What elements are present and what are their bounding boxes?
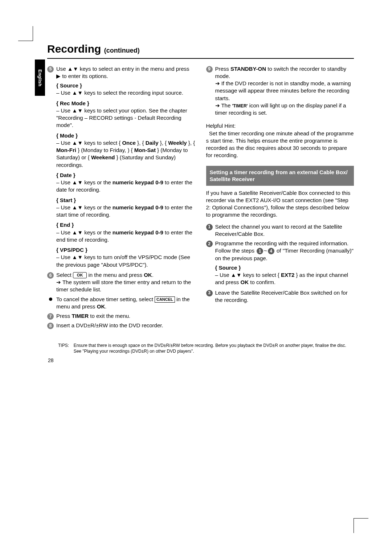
crop-mark-bottom-right <box>354 518 368 533</box>
rstep-3: 3 Leave the Satellite Receiver/Cable Box… <box>206 289 354 304</box>
t: Press <box>215 66 231 72</box>
step-badge-6: 6 <box>47 272 54 279</box>
section-intro: If you have a Satellite Receiver/Cable B… <box>206 189 354 219</box>
step-8: 8 Insert a DVD±R/±RW into the DVD record… <box>47 322 195 329</box>
body-columns: 5 Use ▲▼ keys to select an entry in the … <box>47 63 354 332</box>
step-6-text: Select OK in the menu and press OK. ➔ Th… <box>56 271 195 294</box>
step-9-text: Press STANDBY-ON to switch the recorder … <box>215 65 354 117</box>
t: . <box>152 272 154 278</box>
source-heading: { Source } <box>56 82 82 89</box>
t: – Use ▲▼ keys to select { <box>215 272 281 278</box>
tips-label: TIPS: <box>58 343 74 354</box>
t: Select <box>56 272 73 278</box>
t: Mon-Fri <box>56 147 76 153</box>
date-body: – Use ▲▼ keys or the numeric keypad 0-9 … <box>56 179 195 194</box>
t: 'TIMER' <box>232 103 248 108</box>
mode-heading: { Mode } <box>56 132 78 139</box>
inline-badge-1: 1 <box>257 248 263 254</box>
hint-heading: Helpful Hint: <box>206 122 354 130</box>
source-block: { Source } – Use ▲▼ keys to select the r… <box>56 82 195 97</box>
right-column: 9 Press STANDBY-ON to switch the recorde… <box>206 63 354 332</box>
t: numeric keypad 0-9 <box>113 179 163 185</box>
rstep-1: 1 Select the channel you want to record … <box>206 223 354 238</box>
t: Weekend <box>91 154 115 160</box>
t: to confirm. <box>249 279 275 285</box>
t: ➔ The <box>215 102 232 108</box>
crop-mark-top-left <box>18 26 33 41</box>
end-block: { End } – Use ▲▼ keys or the numeric key… <box>56 221 195 243</box>
t: numeric keypad 0-9 <box>113 204 163 210</box>
left-column: 5 Use ▲▼ keys to select an entry in the … <box>47 63 195 332</box>
cancel-text: To cancel the above timer setting, selec… <box>56 296 195 311</box>
t: Mon-Sat <box>134 147 156 153</box>
date-heading: { Date } <box>56 172 75 178</box>
step-6: 6 Select OK in the menu and press OK. ➔ … <box>47 271 195 294</box>
t: TIMER <box>72 313 89 319</box>
t: – Use ▲▼ keys to select { <box>56 140 122 146</box>
vps-body: – Use ▲▼ keys to turn on/off the VPS/PDC… <box>56 254 195 269</box>
start-body: – Use ▲▼ keys or the numeric keypad 0-9 … <box>56 204 195 219</box>
rsource-heading: { Source } <box>215 265 241 271</box>
t: OK <box>144 272 152 278</box>
title-sub: (continued) <box>104 47 140 54</box>
rsource-body: – Use ▲▼ keys to select { EXT2 } as the … <box>215 271 354 286</box>
start-heading: { Start } <box>56 197 76 203</box>
step-8-text: Insert a DVD±R/±RW into the DVD recorder… <box>56 322 195 329</box>
vps-heading: { VPS/PDC } <box>56 247 87 253</box>
helpful-hint: Helpful Hint: Set the timer recording on… <box>206 122 354 159</box>
bullet-icon <box>47 298 54 301</box>
step-5-text: Use ▲▼ keys to select an entry in the me… <box>56 65 195 80</box>
language-tab: English <box>35 60 45 96</box>
t: Weekly <box>168 140 187 146</box>
t: . <box>105 303 106 310</box>
rstep-1-text: Select the channel you want to record at… <box>215 223 354 238</box>
step-9-note2: ➔ The 'TIMER' icon will light up on the … <box>215 102 354 117</box>
t: OK <box>97 303 105 310</box>
step-9-note1: ➔ If the DVD recorder is not in standby … <box>215 80 354 102</box>
mode-body: – Use ▲▼ keys to select { Once }, { Dail… <box>56 139 195 169</box>
inline-badge-4: 4 <box>268 248 274 254</box>
title-rule <box>47 58 354 59</box>
start-block: { Start } – Use ▲▼ keys or the numeric k… <box>56 197 195 219</box>
step-badge-7: 7 <box>47 313 54 320</box>
end-heading: { End } <box>56 222 74 228</box>
t: Once <box>122 140 136 146</box>
mode-block: { Mode } – Use ▲▼ keys to select { Once … <box>56 132 195 169</box>
rsource-block: { Source } – Use ▲▼ keys to select { EXT… <box>215 264 354 286</box>
t: in the menu and press <box>87 272 144 278</box>
t: EXT2 <box>281 272 295 278</box>
t: }, { <box>159 140 168 146</box>
tips-footer: TIPS: Ensure that there is enough space … <box>58 343 354 354</box>
step-6-result: ➔ The system will store the timer entry … <box>56 279 195 294</box>
step-7-text: Press TIMER to exit the menu. <box>56 312 195 320</box>
step-5: 5 Use ▲▼ keys to select an entry in the … <box>47 65 195 80</box>
rstep-2: 2 Programme the recording with the requi… <box>206 240 354 262</box>
recmode-body: – Use ▲▼ keys to select your option. See… <box>56 107 195 129</box>
t: – Use ▲▼ keys or the <box>56 229 113 235</box>
tips-body: Ensure that there is enough space on the… <box>74 343 354 354</box>
section-box: Setting a timer recording from an extern… <box>206 166 354 186</box>
rstep-badge-2: 2 <box>206 241 213 247</box>
t: – Use ▲▼ keys or the <box>56 179 113 185</box>
recmode-block: { Rec Mode } – Use ▲▼ keys to select you… <box>56 100 195 129</box>
step-badge-8: 8 <box>47 323 54 329</box>
t: Daily <box>146 140 159 146</box>
t: to exit the menu. <box>89 313 130 319</box>
t: numeric keypad 0-9 <box>113 229 163 235</box>
t: Press <box>56 313 72 319</box>
source-body: – Use ▲▼ keys to select the recording in… <box>56 89 195 97</box>
vps-block: { VPS/PDC } – Use ▲▼ keys to turn on/off… <box>56 246 195 269</box>
recmode-heading: { Rec Mode } <box>56 100 89 106</box>
cancel-button-icon: CANCEL <box>155 296 175 303</box>
t: STANDBY-ON <box>230 66 266 72</box>
rstep-3-text: Leave the Satellite Receiver/Cable Box s… <box>215 289 354 304</box>
hint-body: Set the timer recording one minute ahead… <box>206 130 354 159</box>
t: To cancel the above timer setting, selec… <box>56 296 155 302</box>
step-7: 7 Press TIMER to exit the menu. <box>47 312 195 320</box>
manual-page: English Recording (continued) 5 Use ▲▼ k… <box>0 0 392 553</box>
step-badge-5: 5 <box>47 66 54 73</box>
t: }, { <box>136 140 146 146</box>
t: ~ <box>264 247 267 254</box>
title-main: Recording <box>47 43 101 55</box>
date-block: { Date } – Use ▲▼ keys or the numeric ke… <box>56 172 195 194</box>
